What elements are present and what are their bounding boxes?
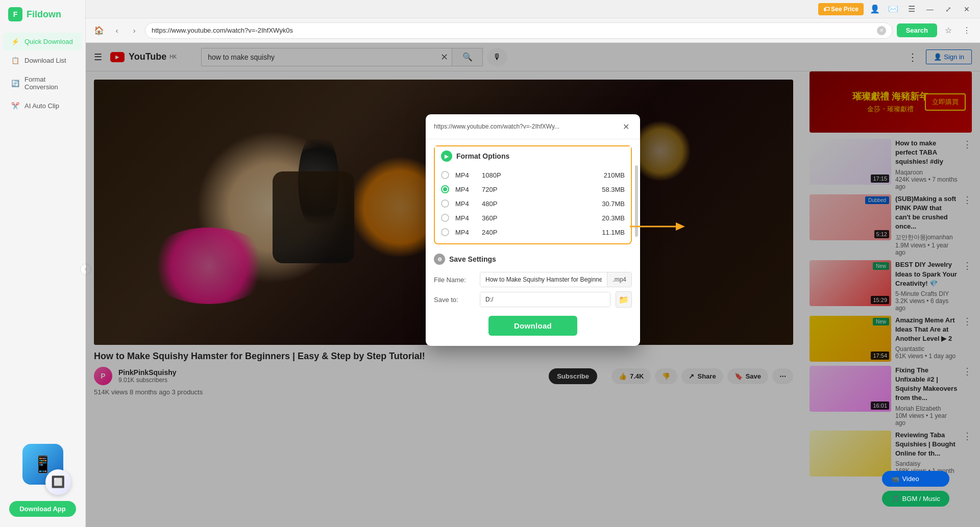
app-illustration: 📱 🔲 [15, 439, 71, 495]
bookmark-button[interactable]: ☆ [941, 23, 955, 38]
format-options-section: ▶ Format Options MP4 1080P 210MB MP4 720… [434, 145, 632, 244]
format-radio[interactable] [441, 171, 449, 179]
sidebar-item-label: AI Auto Clip [24, 102, 59, 110]
format-size: 210MB [604, 171, 625, 179]
format-codec: MP4 [455, 229, 476, 236]
bgm-badge-icon: 🎵 [891, 495, 899, 503]
download-list-icon: 📋 [11, 57, 19, 64]
file-name-input-wrap: .mp4 [480, 272, 632, 287]
dialog-url-bar: https://www.youtube.com/watch?v=-2IhfXWy… [426, 114, 640, 139]
user-icon[interactable]: 👤 [868, 2, 882, 16]
dialog-close-button[interactable]: ✕ [620, 120, 632, 133]
logo-icon: F [8, 7, 22, 21]
save-settings-section: ⚙ Save Settings [434, 250, 632, 268]
format-resolution: 360P [482, 214, 507, 222]
video-badge-icon: 📹 [891, 475, 899, 483]
sidebar-item-download-list[interactable]: 📋 Download List [3, 52, 82, 69]
save-settings-label: Save Settings [449, 255, 496, 263]
format-radio[interactable] [441, 214, 449, 222]
url-text: https://www.youtube.com/watch?v=-2IhfXWy… [152, 27, 874, 34]
format-codec: MP4 [455, 186, 476, 193]
format-row[interactable]: MP4 720P 58.3MB [435, 182, 631, 196]
file-extension: .mp4 [607, 272, 631, 287]
format-codec: MP4 [455, 171, 476, 179]
svg-marker-1 [676, 222, 685, 231]
file-name-row: File Name: .mp4 [434, 272, 632, 287]
modal-overlay: https://www.youtube.com/watch?v=-2IhfXWy… [86, 43, 980, 527]
search-button[interactable]: Search [897, 23, 937, 37]
format-radio[interactable] [441, 228, 449, 236]
file-name-label: File Name: [434, 276, 475, 284]
format-radio[interactable] [441, 185, 449, 193]
browser-bar: 🏠 ‹ › https://www.youtube.com/watch?v=-2… [86, 18, 980, 43]
format-codec: MP4 [455, 200, 476, 208]
logo-text: Fildown [27, 9, 61, 20]
url-bar[interactable]: https://www.youtube.com/watch?v=-2IhfXWy… [145, 22, 893, 39]
format-options-icon: ▶ [441, 150, 452, 162]
format-radio[interactable] [441, 199, 449, 208]
youtube-page: ☰ YouTube HK ✕ 🔍 🎙 ⋮ � [86, 43, 980, 527]
sidebar-nav: ⚡ Quick Download 📋 Download List 🔄 Forma… [0, 29, 85, 119]
format-options-header: ▶ Format Options [435, 146, 631, 166]
save-to-row: Save to: 📁 [434, 291, 632, 308]
format-resolution: 480P [482, 200, 507, 208]
url-clear-button[interactable]: ✕ [877, 26, 886, 35]
main-area: 🏷 See Price 👤 ✉️ ☰ — ⤢ ✕ 🏠 ‹ › https://w… [86, 0, 980, 527]
format-resolution: 1080P [482, 171, 507, 179]
minimize-button[interactable]: — [923, 2, 937, 16]
bgm-badge-button[interactable]: 🎵 BGM / Music [882, 491, 949, 507]
folder-browse-button[interactable]: 📁 [616, 291, 632, 308]
format-row[interactable]: MP4 480P 30.7MB [435, 196, 631, 211]
forward-button[interactable]: › [128, 24, 141, 37]
resize-button[interactable]: ⤢ [941, 2, 955, 16]
floating-badges: 📹 Video 🎵 BGM / Music [882, 471, 949, 507]
format-size: 20.3MB [602, 214, 625, 222]
format-size: 11.1MB [602, 229, 625, 236]
format-conversion-icon: 🔄 [11, 80, 19, 87]
back-button[interactable]: ‹ [110, 24, 124, 37]
mail-icon[interactable]: ✉️ [886, 2, 900, 16]
format-resolution: 240P [482, 229, 507, 236]
save-to-input[interactable] [480, 292, 610, 307]
format-codec: MP4 [455, 214, 476, 222]
save-settings-icon: ⚙ [434, 254, 445, 265]
save-settings-header: ⚙ Save Settings [434, 250, 632, 268]
menu-icon[interactable]: ☰ [904, 2, 919, 16]
title-bar: 🏷 See Price 👤 ✉️ ☰ — ⤢ ✕ [86, 0, 980, 18]
file-name-input[interactable] [480, 272, 607, 287]
more-options-button[interactable]: ⋮ [960, 23, 974, 38]
app-logo[interactable]: F Fildown [0, 0, 85, 29]
format-resolution: 720P [482, 186, 507, 193]
download-button-wrap: Download [426, 316, 640, 336]
download-app-button[interactable]: Download App [9, 501, 76, 517]
format-row[interactable]: MP4 1080P 210MB [435, 168, 631, 182]
sidebar: F Fildown ⚡ Quick Download 📋 Download Li… [0, 0, 86, 527]
arrow-pointer [630, 216, 686, 239]
sidebar-item-label: Download List [24, 57, 66, 64]
dialog-url-text: https://www.youtube.com/watch?v=-2IhfXWy… [434, 123, 616, 130]
save-to-label: Save to: [434, 296, 475, 304]
save-to-input-wrap [480, 292, 610, 307]
format-options-label: Format Options [456, 152, 509, 160]
quick-download-icon: ⚡ [11, 38, 19, 45]
see-price-button[interactable]: 🏷 See Price [818, 3, 864, 15]
download-app-section: 📱 🔲 Download App [0, 439, 85, 517]
sidebar-item-ai-auto-clip[interactable]: ✂️ AI Auto Clip [3, 97, 82, 115]
sidebar-item-label: Quick Download [24, 38, 73, 45]
format-row[interactable]: MP4 240P 11.1MB [435, 225, 631, 239]
video-badge-button[interactable]: 📹 Video [882, 471, 949, 487]
format-list: MP4 1080P 210MB MP4 720P 58.3MB MP4 480P… [435, 166, 631, 243]
format-size: 58.3MB [602, 186, 625, 193]
home-button[interactable]: 🏠 [92, 23, 106, 38]
download-dialog: https://www.youtube.com/watch?v=-2IhfXWy… [426, 114, 640, 346]
sidebar-item-quick-download[interactable]: ⚡ Quick Download [3, 33, 82, 51]
format-row[interactable]: MP4 360P 20.3MB [435, 211, 631, 225]
sidebar-item-format-conversion[interactable]: 🔄 Format Conversion [3, 70, 82, 96]
ai-clip-icon: ✂️ [11, 102, 19, 110]
format-size: 30.7MB [602, 200, 625, 208]
close-button[interactable]: ✕ [960, 2, 974, 16]
sidebar-item-label: Format Conversion [24, 76, 74, 91]
download-button[interactable]: Download [488, 316, 577, 336]
